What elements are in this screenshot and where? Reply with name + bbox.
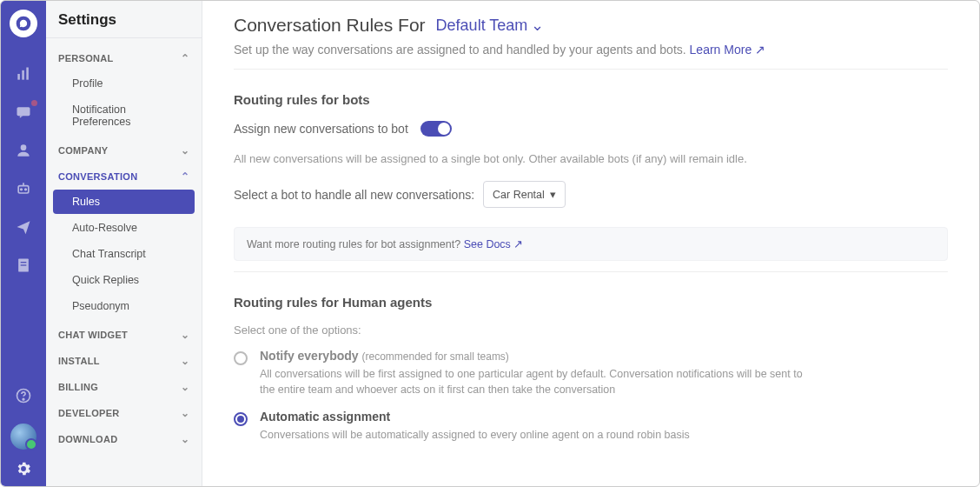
- analytics-icon[interactable]: [13, 63, 34, 84]
- docs-strip: Want more routing rules for bot assignme…: [234, 227, 948, 261]
- section-label: INSTALL: [58, 356, 100, 366]
- section-label: CHAT WIDGET: [58, 330, 128, 340]
- bots-section-title: Routing rules for bots: [234, 92, 948, 107]
- notification-badge: [31, 100, 37, 106]
- option-desc: All conversations will be first assigned…: [260, 366, 816, 397]
- nav-rules[interactable]: Rules: [53, 190, 195, 214]
- campaigns-rail-icon[interactable]: [13, 217, 34, 237]
- svg-point-8: [25, 189, 27, 190]
- app-logo[interactable]: [10, 10, 37, 37]
- divider: [234, 271, 948, 272]
- humans-section-title: Routing rules for Human agents: [234, 295, 948, 310]
- section-install[interactable]: INSTALL ⌄: [46, 346, 202, 372]
- bot-select[interactable]: Car Rental ▾: [483, 181, 566, 208]
- caret-down-icon: ▾: [550, 188, 556, 201]
- assign-bot-toggle[interactable]: [420, 121, 452, 137]
- conversations-rail-icon[interactable]: [13, 102, 34, 123]
- svg-rect-4: [17, 107, 30, 116]
- section-label: CONVERSATION: [58, 171, 137, 182]
- section-billing[interactable]: BILLING ⌄: [46, 372, 202, 398]
- nav-chat-transcript[interactable]: Chat Transcript: [53, 242, 195, 266]
- user-avatar[interactable]: [10, 424, 36, 450]
- learn-more-text: Learn More: [690, 43, 752, 57]
- settings-sidebar: Settings PERSONAL ⌃ Profile Notification…: [46, 1, 202, 486]
- chevron-up-icon: ⌃: [181, 170, 189, 183]
- option-title-notify: Notify everybody (recommended for small …: [260, 349, 816, 363]
- chevron-down-icon: ⌄: [531, 16, 544, 35]
- section-label: DOWNLOAD: [58, 434, 117, 444]
- option-desc: Conversations will be automatically assi…: [260, 427, 690, 443]
- section-company[interactable]: COMPANY ⌄: [46, 136, 202, 162]
- option-subtitle: (recommended for small teams): [361, 350, 508, 363]
- svg-point-7: [21, 189, 23, 190]
- chevron-down-icon: ⌄: [181, 144, 189, 157]
- docs-strip-text: Want more routing rules for bot assignme…: [247, 238, 460, 250]
- section-download[interactable]: DOWNLOAD ⌄: [46, 424, 202, 450]
- section-personal[interactable]: PERSONAL ⌃: [46, 43, 202, 70]
- nav-pseudonym[interactable]: Pseudonym: [53, 294, 195, 318]
- nav-auto-resolve[interactable]: Auto-Resolve: [53, 216, 195, 240]
- section-conversation[interactable]: CONVERSATION ⌃: [46, 162, 202, 188]
- external-link-icon: ↗: [513, 238, 523, 250]
- bot-select-label: Select a bot to handle all new conversat…: [234, 188, 474, 202]
- humans-prompt: Select one of the options:: [234, 324, 948, 337]
- help-icon[interactable]: [13, 385, 34, 406]
- section-label: DEVELOPER: [58, 408, 120, 418]
- team-name: Default Team: [436, 17, 528, 35]
- svg-rect-2: [22, 70, 24, 80]
- chevron-down-icon: ⌄: [181, 433, 189, 445]
- chevron-down-icon: ⌄: [181, 407, 189, 419]
- reports-rail-icon[interactable]: [13, 255, 34, 276]
- bot-hint: All new conversations will be assigned t…: [234, 152, 948, 165]
- section-chat-widget[interactable]: CHAT WIDGET ⌄: [46, 320, 202, 346]
- assign-bot-toggle-label: Assign new conversations to bot: [234, 122, 408, 136]
- page-title: Conversation Rules For Default Team ⌄: [234, 15, 948, 36]
- svg-rect-1: [17, 74, 20, 80]
- chevron-down-icon: ⌄: [181, 355, 189, 367]
- option-title-automatic: Automatic assignment: [260, 410, 690, 424]
- external-link-icon: ↗: [755, 43, 765, 57]
- nav-quick-replies[interactable]: Quick Replies: [53, 268, 195, 292]
- chevron-down-icon: ⌄: [181, 329, 189, 341]
- nav-scroll: PERSONAL ⌃ Profile Notification Preferen…: [46, 38, 202, 486]
- icon-rail: [1, 1, 46, 486]
- bot-rail-icon[interactable]: [13, 178, 34, 199]
- svg-rect-3: [26, 68, 29, 80]
- nav-notification-preferences[interactable]: Notification Preferences: [53, 97, 195, 134]
- section-label: PERSONAL: [58, 53, 114, 63]
- section-label: BILLING: [58, 382, 98, 392]
- main-content: Conversation Rules For Default Team ⌄ Se…: [202, 1, 979, 486]
- section-developer[interactable]: DEVELOPER ⌄: [46, 398, 202, 424]
- see-docs-link[interactable]: See Docs ↗: [464, 238, 524, 250]
- chevron-down-icon: ⌄: [181, 381, 189, 393]
- learn-more-link[interactable]: Learn More ↗: [690, 43, 765, 57]
- toggle-knob: [438, 123, 450, 135]
- nav-profile[interactable]: Profile: [53, 71, 195, 96]
- page-subtitle: Set up the way conversations are assigne…: [234, 43, 948, 70]
- svg-point-5: [21, 144, 27, 150]
- chevron-up-icon: ⌃: [181, 52, 189, 64]
- radio-automatic-assignment[interactable]: [234, 412, 248, 426]
- radio-notify-everybody[interactable]: [234, 351, 248, 365]
- page-title-text: Conversation Rules For: [234, 15, 426, 36]
- option-title: Notify everybody: [260, 349, 359, 363]
- users-rail-icon[interactable]: [13, 140, 34, 161]
- settings-rail-icon[interactable]: [13, 458, 34, 479]
- team-selector[interactable]: Default Team ⌄: [436, 16, 545, 35]
- bot-select-value: Car Rental: [493, 189, 545, 201]
- settings-title: Settings: [46, 1, 202, 38]
- see-docs-text: See Docs: [464, 238, 511, 250]
- subtitle-text: Set up the way conversations are assigne…: [234, 43, 686, 57]
- svg-point-14: [23, 398, 24, 400]
- section-label: COMPANY: [58, 145, 109, 156]
- option-title: Automatic assignment: [260, 410, 390, 424]
